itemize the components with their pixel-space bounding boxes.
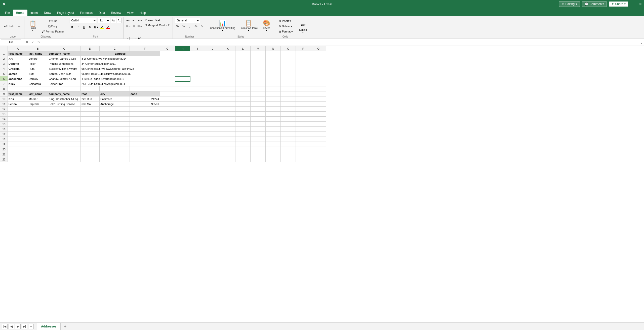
table-row[interactable]	[266, 61, 281, 66]
table-row[interactable]	[311, 127, 326, 132]
table-row[interactable]	[205, 122, 220, 127]
table-row[interactable]: first_name	[8, 51, 28, 56]
col-header-E[interactable]: E	[100, 46, 130, 51]
col-header-C[interactable]: C	[48, 46, 81, 51]
sheet-tab-addresses[interactable]: Addresses	[37, 323, 61, 330]
col-header-J[interactable]: J	[205, 46, 220, 51]
table-row[interactable]	[130, 157, 160, 162]
table-row[interactable]	[28, 112, 48, 117]
decrease-decimal-button[interactable]: .0-	[199, 24, 205, 28]
format-painter-button[interactable]: 🖌 Format Painter	[40, 29, 65, 34]
table-row[interactable]: 25 E 75th St #69Los Angeles90034	[81, 81, 160, 86]
row-num-4[interactable]: 4	[0, 66, 8, 71]
table-row[interactable]	[311, 51, 326, 56]
table-row[interactable]	[251, 127, 266, 132]
table-row[interactable]	[266, 81, 281, 86]
table-row[interactable]	[311, 81, 326, 86]
table-row[interactable]	[220, 152, 235, 157]
table-row[interactable]	[175, 61, 190, 66]
format-button[interactable]: ⊟ Format ▾	[277, 29, 293, 34]
table-row[interactable]	[266, 76, 281, 81]
table-row[interactable]	[175, 66, 190, 71]
table-row[interactable]	[266, 71, 281, 76]
table-row[interactable]	[160, 112, 175, 117]
table-row[interactable]	[266, 147, 281, 152]
table-row[interactable]	[8, 132, 28, 137]
row-num-6[interactable]: 6	[0, 76, 8, 81]
table-row[interactable]	[205, 112, 220, 117]
table-row[interactable]	[100, 107, 130, 112]
table-row[interactable]	[281, 96, 296, 102]
table-row[interactable]	[175, 122, 190, 127]
col-header-N[interactable]: N	[266, 46, 281, 51]
table-row[interactable]	[251, 96, 266, 102]
row-num-3[interactable]: 3	[0, 61, 8, 66]
table-row[interactable]	[8, 117, 28, 122]
share-button[interactable]: ⬆ Share ▾	[609, 1, 628, 7]
table-row[interactable]	[235, 112, 251, 117]
wrap-text-button[interactable]: ↵ Wrap Text	[143, 18, 171, 22]
table-row[interactable]	[296, 142, 311, 147]
format-as-table-button[interactable]: 📋 Format As Table ▾	[238, 19, 259, 33]
table-row[interactable]	[251, 102, 266, 107]
font-size-select[interactable]: 11	[98, 18, 110, 23]
table-row[interactable]	[100, 117, 130, 122]
tab-formulas[interactable]: Formulas	[77, 10, 96, 16]
table-row[interactable]	[296, 152, 311, 157]
currency-button[interactable]: $▾	[175, 24, 180, 28]
table-row[interactable]	[160, 86, 175, 91]
strikethrough-button[interactable]: S	[87, 24, 93, 30]
table-row[interactable]: road	[81, 91, 100, 96]
table-row[interactable]: company_name	[48, 91, 81, 96]
table-row[interactable]: Chanay, Jeffrey A Esq	[48, 76, 81, 81]
table-row[interactable]: Lenna	[8, 102, 28, 107]
table-row[interactable]	[311, 112, 326, 117]
table-row[interactable]	[175, 117, 190, 122]
table-row[interactable]	[100, 147, 130, 152]
table-row[interactable]	[205, 81, 220, 86]
table-row[interactable]	[175, 107, 190, 112]
sheet-nav-last-button[interactable]: ▶|	[22, 324, 27, 329]
table-row[interactable]	[100, 86, 130, 91]
table-row[interactable]	[251, 147, 266, 152]
table-row[interactable]	[235, 96, 251, 102]
comma-button[interactable]: ,	[187, 24, 192, 28]
table-row[interactable]	[100, 137, 130, 142]
table-row[interactable]: Chemel, James L Cpa	[48, 56, 81, 61]
table-row[interactable]	[296, 96, 311, 102]
table-row[interactable]	[190, 61, 205, 66]
table-row[interactable]	[130, 86, 160, 91]
redo-button[interactable]: ↪	[16, 24, 23, 29]
tab-insert[interactable]: Insert	[27, 10, 41, 16]
table-row[interactable]	[251, 66, 266, 71]
table-row[interactable]	[100, 142, 130, 147]
tab-file[interactable]: File	[2, 10, 13, 16]
table-row[interactable]	[311, 122, 326, 127]
table-row[interactable]	[190, 157, 205, 162]
col-header-H[interactable]: H	[175, 46, 190, 51]
table-row[interactable]	[175, 81, 190, 86]
delete-button[interactable]: ⊖ Delete ▾	[277, 24, 293, 29]
table-row[interactable]	[220, 102, 235, 107]
table-row[interactable]	[235, 122, 251, 127]
table-row[interactable]	[266, 112, 281, 117]
table-row[interactable]	[251, 81, 266, 86]
table-row[interactable]	[281, 112, 296, 117]
table-row[interactable]	[205, 142, 220, 147]
table-row[interactable]	[220, 66, 235, 71]
table-row[interactable]	[311, 142, 326, 147]
table-row[interactable]: Graciela	[8, 66, 28, 71]
table-row[interactable]	[235, 86, 251, 91]
sheet-nav-prev-button[interactable]: ◀	[9, 324, 14, 329]
table-row[interactable]	[28, 147, 48, 152]
table-row[interactable]	[28, 107, 48, 112]
table-row[interactable]	[205, 86, 220, 91]
table-row[interactable]: 228 Run	[81, 96, 100, 102]
insert-button[interactable]: ⊕ Insert ▾	[277, 19, 293, 23]
table-row[interactable]	[175, 152, 190, 157]
table-row[interactable]	[190, 102, 205, 107]
table-row[interactable]: 99501	[130, 102, 160, 107]
table-row[interactable]	[296, 137, 311, 142]
table-row[interactable]	[130, 132, 160, 137]
restore-icon[interactable]: □	[635, 2, 637, 6]
